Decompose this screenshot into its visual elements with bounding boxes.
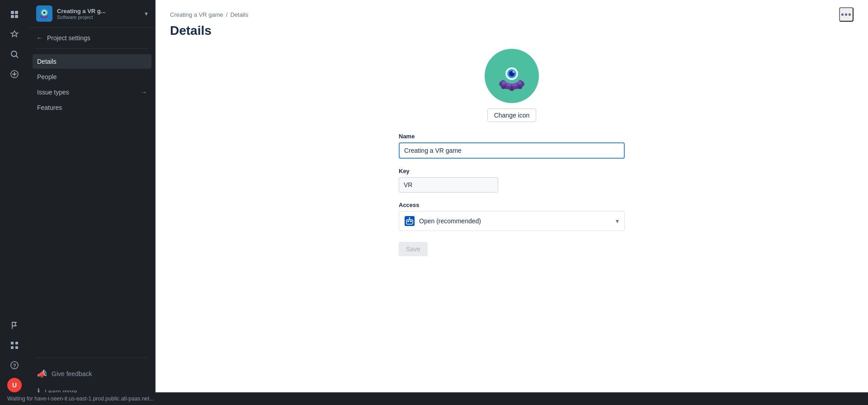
access-field-group: Access Open (recommended) ▾ [399, 202, 625, 231]
svg-rect-34 [406, 220, 413, 224]
name-field-group: Name [399, 133, 625, 159]
star-icon[interactable] [5, 25, 24, 43]
svg-rect-1 [15, 11, 18, 14]
access-dropdown[interactable]: Open (recommended) ▾ [399, 211, 625, 231]
breadcrumb: Creating a VR game / Details [170, 11, 248, 18]
people-label: People [37, 73, 57, 80]
access-value: Open (recommended) [419, 217, 611, 225]
back-label: Project settings [47, 34, 90, 42]
project-icon-section: Change icon [485, 49, 539, 122]
user-avatar[interactable]: U [5, 376, 24, 394]
svg-rect-35 [407, 221, 409, 222]
svg-point-20 [44, 12, 45, 14]
svg-rect-3 [15, 15, 18, 18]
more-options-button[interactable]: ••• [839, 7, 854, 22]
project-type: Software project [57, 14, 140, 20]
project-avatar [36, 5, 52, 22]
svg-rect-9 [11, 342, 14, 344]
svg-text:?: ? [13, 363, 16, 368]
sidebar-item-people[interactable]: People [33, 70, 151, 84]
svg-point-30 [518, 86, 522, 89]
access-icon [405, 216, 415, 226]
sidebar-nav: Details People Issue types → Features [29, 52, 155, 354]
svg-rect-36 [410, 221, 412, 222]
features-label: Features [37, 104, 62, 111]
svg-point-28 [501, 86, 506, 89]
breadcrumb-separator: / [226, 11, 228, 18]
status-bar: Waiting for have-i-seen-it.us-east-1.pro… [0, 392, 868, 405]
give-feedback-label: Give feedback [52, 370, 92, 377]
svg-point-29 [509, 88, 514, 91]
details-form: Change icon Name Key Access [156, 49, 868, 256]
status-text: Waiting for have-i-seen-it.us-east-1.pro… [7, 396, 154, 402]
svg-point-38 [409, 217, 410, 219]
sidebar-divider-bottom [36, 358, 148, 358]
project-name: Creating a VR g... [57, 8, 140, 14]
project-info: Creating a VR g... Software project [57, 8, 140, 20]
details-label: Details [37, 58, 57, 65]
chevron-down-icon: ▾ [145, 10, 148, 17]
key-input[interactable] [399, 177, 498, 193]
svg-rect-2 [11, 15, 14, 18]
key-label: Key [399, 168, 625, 174]
svg-line-5 [16, 56, 18, 58]
name-label: Name [399, 133, 625, 140]
issue-types-label: Issue types [37, 89, 69, 96]
project-settings-back[interactable]: ← Project settings [29, 28, 155, 47]
key-field-group: Key [399, 168, 625, 193]
sidebar-item-issue-types[interactable]: Issue types → [33, 85, 151, 99]
save-button[interactable]: Save [399, 242, 428, 256]
give-feedback-item[interactable]: 📣 Give feedback [33, 365, 151, 382]
apps-icon[interactable] [5, 336, 24, 354]
search-icon[interactable] [5, 45, 24, 63]
back-arrow-icon: ← [36, 34, 43, 42]
sidebar-item-features[interactable]: Features [33, 100, 151, 115]
project-header[interactable]: Creating a VR g... Software project ▾ [29, 0, 155, 28]
megaphone-icon: 📣 [37, 369, 47, 379]
breadcrumb-bar: Creating a VR game / Details ••• [156, 0, 868, 22]
svg-rect-0 [11, 11, 14, 14]
flag-icon[interactable] [5, 316, 24, 334]
icon-rail: ? U [0, 0, 29, 405]
form-fields: Name Key Access [399, 133, 625, 256]
sidebar-item-details[interactable]: Details [33, 54, 151, 69]
svg-rect-11 [11, 346, 14, 349]
arrow-right-icon: → [141, 89, 147, 96]
breadcrumb-parent[interactable]: Creating a VR game [170, 11, 223, 18]
main-content: Creating a VR game / Details ••• Details [156, 0, 868, 405]
name-input[interactable] [399, 142, 625, 159]
svg-rect-12 [15, 346, 18, 349]
access-label: Access [399, 202, 625, 208]
svg-point-27 [513, 71, 515, 73]
svg-rect-10 [15, 342, 18, 344]
sidebar-divider-top [36, 48, 148, 49]
project-sidebar: Creating a VR g... Software project ▾ ← … [29, 0, 156, 405]
breadcrumb-current: Details [230, 11, 248, 18]
page-title: Details [156, 22, 868, 49]
access-chevron-icon: ▾ [616, 217, 619, 225]
help-icon[interactable]: ? [5, 356, 24, 374]
plus-icon[interactable] [5, 65, 24, 83]
grid-nav-icon[interactable] [5, 5, 24, 24]
project-icon-large [485, 49, 539, 103]
change-icon-button[interactable]: Change icon [487, 108, 537, 122]
